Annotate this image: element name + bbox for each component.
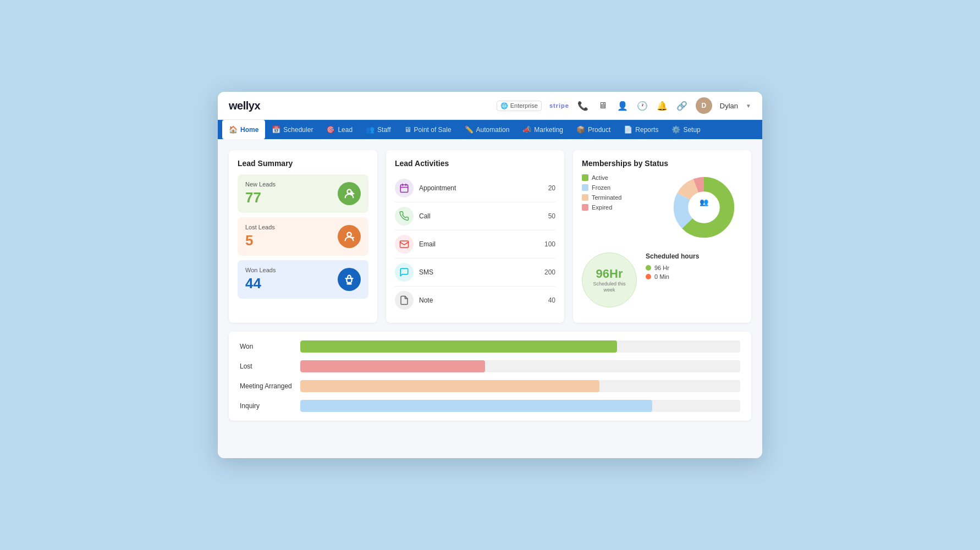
nav-icon: ✏️ (465, 125, 474, 134)
nav-item-point-of-sale[interactable]: 🖥Point of Sale (398, 120, 458, 139)
frozen-label: Frozen (592, 184, 610, 191)
legend-terminated: Terminated (582, 194, 664, 201)
nav-item-setup[interactable]: ⚙️Setup (665, 120, 707, 139)
phone-icon[interactable]: 📞 (577, 100, 589, 112)
sms-count: 200 (544, 268, 555, 276)
hr-label: 96 Hr (654, 265, 669, 271)
note-label: Note (419, 296, 548, 304)
bar-inquiry-label: Inquiry (240, 402, 300, 410)
share-icon[interactable]: 🔗 (676, 100, 688, 112)
nav-item-product[interactable]: 📦Product (570, 120, 617, 139)
activity-call: Call 50 (395, 202, 555, 230)
bar-inquiry: Inquiry (240, 400, 740, 412)
new-leads-card: New Leads 77 (238, 174, 368, 213)
scheduled-min-item: 0 Min (646, 273, 699, 280)
bar-lost: Lost (240, 360, 740, 372)
legend-expired: Expired (582, 204, 664, 211)
min-label: 0 Min (654, 273, 669, 280)
nav-item-reports[interactable]: 📄Reports (617, 120, 665, 139)
app-logo: wellyx (229, 100, 260, 112)
note-icon (395, 291, 414, 310)
memberships-bottom: 96Hr Scheduled thisweek Scheduled hours … (582, 252, 742, 307)
activity-note: Note 40 (395, 287, 555, 314)
lost-leads-label: Lost Leads (245, 224, 275, 230)
bar-meeting-label: Meeting Arranged (240, 382, 300, 390)
bar-chart-section: Won Lost Meeting Arranged Inquiry (229, 332, 751, 421)
bar-lost-fill (300, 360, 485, 372)
min-dot (646, 274, 651, 279)
nav-icon: ⚙️ (671, 125, 680, 134)
nav-icon: 📅 (272, 125, 280, 134)
memberships-legend: Active Frozen Terminated Expired (582, 174, 664, 246)
main-nav: 🏠Home📅Scheduler🎯Lead👥Staff🖥Point of Sale… (218, 120, 762, 139)
won-leads-card: Won Leads 44 (238, 260, 368, 299)
nav-item-staff[interactable]: 👥Staff (359, 120, 397, 139)
frozen-dot (582, 184, 588, 191)
lead-activities-card: Lead Activities Appointment 20 Call 50 (386, 150, 564, 323)
nav-item-lead[interactable]: 🎯Lead (320, 120, 359, 139)
nav-icon: 🏠 (229, 125, 238, 134)
expired-label: Expired (592, 204, 612, 211)
scheduled-label: Scheduled thisweek (593, 281, 625, 293)
app-window: wellyx 🌐 Enterprise stripe 📞 🖥 👤 🕐 🔔 🔗 D… (218, 92, 762, 458)
sms-icon (395, 263, 414, 282)
bar-inquiry-track (300, 400, 740, 412)
svg-text:👥: 👥 (700, 197, 709, 207)
lead-activities-title: Lead Activities (395, 159, 555, 168)
enterprise-badge: 🌐 Enterprise (497, 101, 542, 111)
bar-inquiry-fill (300, 400, 652, 412)
stripe-badge: stripe (549, 102, 569, 109)
nav-icon: 📣 (522, 125, 531, 134)
lead-summary-card: Lead Summary New Leads 77 Lost Leads 5 (229, 150, 377, 323)
memberships-card: Memberships by Status Active Frozen (573, 150, 751, 323)
nav-icon: 🖥 (404, 125, 411, 134)
activity-sms: SMS 200 (395, 258, 555, 287)
new-leads-icon (338, 182, 361, 205)
active-dot (582, 174, 588, 181)
nav-item-scheduler[interactable]: 📅Scheduler (265, 120, 320, 139)
donut-chart: 👥 (671, 174, 742, 246)
top-row: Lead Summary New Leads 77 Lost Leads 5 (229, 150, 751, 323)
bar-won-label: Won (240, 343, 300, 350)
bar-meeting-fill (300, 380, 599, 392)
appointment-label: Appointment (419, 184, 548, 192)
won-leads-label: Won Leads (245, 267, 276, 273)
note-count: 40 (548, 296, 555, 304)
svg-point-3 (347, 233, 351, 237)
won-leads-icon (338, 268, 361, 291)
bar-meeting-track (300, 380, 740, 392)
main-content: Lead Summary New Leads 77 Lost Leads 5 (218, 139, 762, 458)
bar-lost-label: Lost (240, 362, 300, 370)
activity-appointment: Appointment 20 (395, 174, 555, 202)
activity-email: Email 100 (395, 230, 555, 258)
lost-leads-number: 5 (245, 232, 275, 249)
scheduled-legend: Scheduled hours 96 Hr 0 Min (646, 252, 699, 282)
active-label: Active (592, 174, 608, 181)
clock-icon[interactable]: 🕐 (636, 100, 648, 112)
appointment-count: 20 (548, 184, 555, 192)
avatar: D (696, 97, 712, 114)
users-icon[interactable]: 👤 (616, 100, 629, 112)
svg-rect-9 (400, 241, 409, 248)
nav-item-home[interactable]: 🏠Home (222, 120, 265, 139)
hr-dot (646, 265, 651, 271)
lost-leads-card: Lost Leads 5 (238, 217, 368, 256)
email-count: 100 (544, 240, 555, 248)
bell-icon[interactable]: 🔔 (656, 100, 668, 112)
lost-leads-icon (338, 225, 361, 248)
scheduled-hours: 96Hr (596, 267, 623, 281)
new-leads-label: New Leads (245, 181, 276, 188)
app-header: wellyx 🌐 Enterprise stripe 📞 🖥 👤 🕐 🔔 🔗 D… (218, 92, 762, 120)
email-icon (395, 235, 414, 254)
bar-lost-track (300, 360, 740, 372)
nav-item-marketing[interactable]: 📣Marketing (516, 120, 570, 139)
globe-icon: 🌐 (500, 102, 508, 109)
screen-icon[interactable]: 🖥 (597, 100, 609, 112)
lead-summary-title: Lead Summary (238, 159, 368, 168)
nav-icon: 👥 (366, 125, 375, 134)
expired-dot (582, 204, 588, 211)
bar-meeting: Meeting Arranged (240, 380, 740, 392)
nav-item-automation[interactable]: ✏️Automation (458, 120, 516, 139)
chevron-down-icon[interactable]: ▼ (746, 103, 751, 109)
bar-won-fill (300, 340, 617, 353)
